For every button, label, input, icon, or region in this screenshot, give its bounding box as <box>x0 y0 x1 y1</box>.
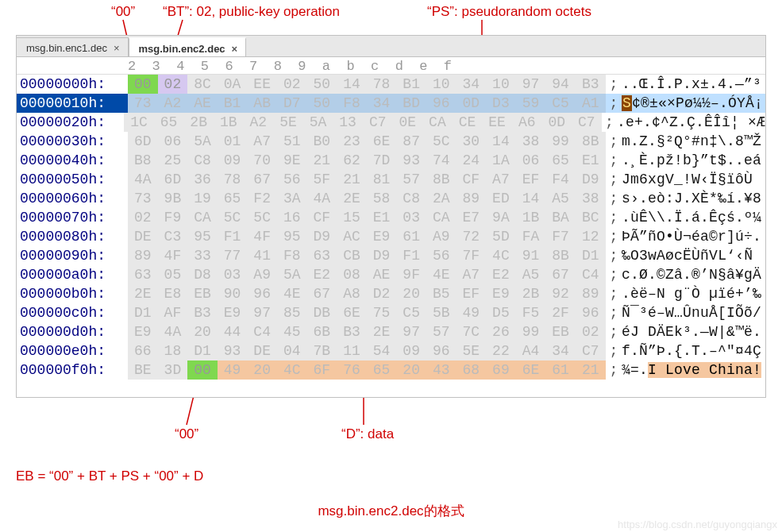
hex-byte[interactable]: B1 <box>218 94 248 113</box>
hex-row[interactable]: 00000000h:00028C0AEE02501478B11034109794… <box>17 75 765 94</box>
hex-byte[interactable]: D1 <box>128 303 158 322</box>
hex-byte[interactable]: 6E <box>337 303 367 322</box>
hex-byte[interactable]: EE <box>482 113 512 132</box>
hex-byte[interactable]: E9 <box>218 303 248 322</box>
hex-byte[interactable]: A2 <box>244 113 274 132</box>
hex-byte[interactable]: CB <box>337 246 367 265</box>
hex-byte[interactable]: 38 <box>576 189 606 208</box>
hex-byte[interactable]: 06 <box>516 151 546 170</box>
hex-row[interactable]: 00000080h:DEC395F14F95D9ACE961A9725DFAF7… <box>17 227 765 246</box>
hex-byte[interactable]: 38 <box>516 132 546 151</box>
hex-byte[interactable]: C8 <box>396 189 426 208</box>
hex-row[interactable]: 00000070h:02F9CA5C5C16CF15E103CAE79A1BBA… <box>17 208 765 227</box>
hex-byte[interactable]: 0A <box>218 75 248 94</box>
hex-byte[interactable]: 3D <box>158 360 188 380</box>
hex-byte[interactable]: E8 <box>158 284 188 303</box>
hex-byte[interactable]: DB <box>307 303 337 322</box>
hex-byte[interactable]: 96 <box>426 341 456 360</box>
hex-byte[interactable]: 1B <box>214 113 244 132</box>
hex-byte[interactable]: 05 <box>158 265 188 284</box>
hex-byte[interactable]: 5D <box>486 227 516 246</box>
hex-byte[interactable]: D7 <box>277 94 307 113</box>
hex-byte[interactable]: A5 <box>545 189 576 208</box>
hex-byte[interactable]: DE <box>247 341 277 360</box>
hex-byte[interactable]: C5 <box>545 94 576 113</box>
hex-byte[interactable]: 89 <box>576 284 606 303</box>
hex-byte[interactable]: F4 <box>545 170 576 189</box>
hex-byte[interactable]: D1 <box>576 246 606 265</box>
hex-byte[interactable]: B8 <box>128 151 158 170</box>
hex-byte[interactable]: 59 <box>516 94 546 113</box>
hex-byte[interactable]: A2 <box>158 94 188 113</box>
hex-byte[interactable]: 63 <box>128 265 158 284</box>
hex-byte[interactable]: 21 <box>307 151 337 170</box>
hex-byte[interactable]: 02 <box>158 75 188 94</box>
hex-byte[interactable]: 4C <box>486 246 516 265</box>
hex-byte[interactable]: 4E <box>277 284 307 303</box>
hex-byte[interactable]: 5C <box>247 208 277 227</box>
hex-byte[interactable]: 20 <box>247 360 277 380</box>
hex-byte[interactable]: 03 <box>218 265 248 284</box>
hex-byte[interactable]: 75 <box>367 303 397 322</box>
hex-byte[interactable]: 2A <box>426 189 456 208</box>
hex-byte[interactable]: 2E <box>128 284 158 303</box>
hex-byte[interactable]: 96 <box>426 94 456 113</box>
hex-byte[interactable]: 6D <box>128 132 158 151</box>
hex-byte[interactable]: BD <box>396 94 426 113</box>
hex-byte[interactable]: E9 <box>128 322 158 341</box>
hex-byte[interactable]: 7B <box>307 341 337 360</box>
hex-byte[interactable]: C4 <box>576 265 606 284</box>
hex-row[interactable]: 000000b0h:2EE8EB90964E67A8D220B5EFE92B92… <box>17 284 765 303</box>
hex-editor[interactable]: 2 3 4 5 6 7 8 9 a b c d e f 00000000h:00… <box>16 56 766 398</box>
hex-byte[interactable]: 0D <box>541 113 572 132</box>
hex-byte[interactable]: CA <box>422 113 453 132</box>
hex-byte[interactable]: 87 <box>396 132 426 151</box>
hex-byte[interactable]: 3A <box>277 189 307 208</box>
hex-byte[interactable]: 4F <box>158 246 188 265</box>
hex-byte[interactable]: 96 <box>576 303 606 322</box>
hex-byte[interactable]: 10 <box>486 75 516 94</box>
hex-byte[interactable]: 73 <box>128 94 158 113</box>
hex-byte[interactable]: E9 <box>367 227 397 246</box>
hex-byte[interactable]: 10 <box>426 75 456 94</box>
hex-byte[interactable]: 15 <box>337 208 367 227</box>
hex-byte[interactable]: 23 <box>337 132 367 151</box>
hex-byte[interactable]: BA <box>545 208 576 227</box>
hex-byte[interactable]: 94 <box>545 75 576 94</box>
hex-byte[interactable]: 22 <box>486 341 516 360</box>
hex-byte[interactable]: 5A <box>303 113 333 132</box>
hex-byte[interactable]: 67 <box>545 265 576 284</box>
tab-enc2[interactable]: msg.bin.enc2.dec × <box>129 37 247 56</box>
close-icon[interactable]: × <box>230 43 240 55</box>
hex-byte[interactable]: 02 <box>576 322 606 341</box>
hex-byte[interactable]: A1 <box>576 94 606 113</box>
hex-byte[interactable]: 2B <box>516 284 546 303</box>
hex-byte[interactable]: 03 <box>396 208 426 227</box>
hex-byte[interactable]: 34 <box>545 341 576 360</box>
hex-byte[interactable]: D9 <box>367 246 397 265</box>
hex-byte[interactable]: 93 <box>396 151 426 170</box>
hex-byte[interactable]: 93 <box>218 341 248 360</box>
hex-byte[interactable]: F8 <box>337 94 367 113</box>
hex-byte[interactable]: 85 <box>277 303 307 322</box>
hex-row[interactable]: 000000e0h:6618D193DE047B115409965E22A434… <box>17 341 765 360</box>
hex-byte[interactable]: 20 <box>396 284 426 303</box>
hex-byte[interactable]: 2E <box>337 189 367 208</box>
hex-byte[interactable]: 9A <box>486 208 516 227</box>
hex-byte[interactable]: 89 <box>128 246 158 265</box>
hex-byte[interactable]: EB <box>545 322 576 341</box>
hex-byte[interactable]: ED <box>486 189 516 208</box>
hex-byte[interactable]: B1 <box>396 75 426 94</box>
hex-byte[interactable]: 14 <box>337 75 367 94</box>
hex-row[interactable]: 00000060h:739B1965F23A4A2E58C82A89ED14A5… <box>17 189 765 208</box>
hex-byte[interactable]: 65 <box>154 113 184 132</box>
hex-row[interactable]: 00000020h:1C652B1BA25E5A13C70ECACEEEA60D… <box>17 113 765 132</box>
hex-byte[interactable]: 0D <box>456 94 487 113</box>
hex-byte[interactable]: 01 <box>218 132 248 151</box>
hex-byte[interactable]: A9 <box>426 227 456 246</box>
hex-byte[interactable]: C4 <box>247 322 277 341</box>
close-icon[interactable]: × <box>112 42 121 54</box>
hex-byte[interactable]: 90 <box>218 284 248 303</box>
hex-byte[interactable]: 65 <box>367 360 397 380</box>
hex-byte[interactable]: 61 <box>396 227 426 246</box>
